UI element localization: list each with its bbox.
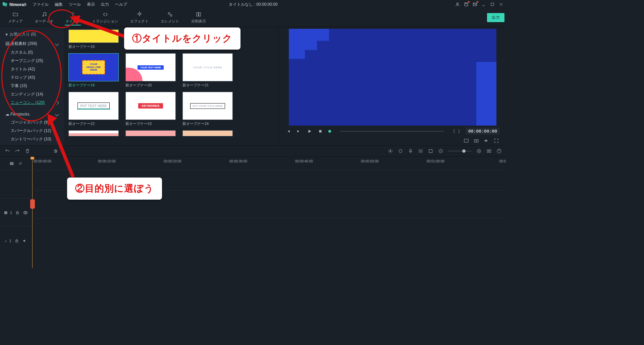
in-out-brackets[interactable]: { }: [453, 129, 460, 134]
tab-titles[interactable]: タイトル: [59, 10, 86, 25]
mail-icon[interactable]: [472, 2, 478, 7]
menu-edit[interactable]: 編集: [55, 2, 63, 7]
zoom-in-icon[interactable]: [476, 148, 482, 154]
svg-rect-37: [16, 212, 18, 214]
audio-track-head[interactable]: ♪1: [0, 226, 32, 255]
eye-icon[interactable]: [23, 210, 28, 215]
prev-frame-icon[interactable]: [285, 129, 291, 134]
delete-icon[interactable]: [25, 148, 30, 154]
fit-icon[interactable]: [486, 148, 492, 154]
progress-handle[interactable]: [328, 130, 331, 133]
sidebar-item-newcontent[interactable]: ニューコン... (120): [2, 98, 62, 107]
gallery-item[interactable]: YOUR HEAD LINE HERE新オープナー19: [68, 53, 119, 88]
menu-file[interactable]: ファイル: [33, 2, 49, 7]
svg-rect-25: [429, 149, 432, 152]
zoom-out-icon[interactable]: [438, 148, 443, 154]
tab-transitions[interactable]: トランジション: [86, 10, 124, 25]
progress-bar[interactable]: [340, 131, 444, 132]
thumbnail: [125, 130, 176, 136]
menu-help[interactable]: ヘルプ: [115, 2, 127, 7]
link-icon[interactable]: [18, 161, 23, 166]
svg-rect-36: [10, 164, 13, 165]
svg-rect-14: [464, 139, 468, 142]
export-button[interactable]: 出力: [487, 13, 504, 22]
video-track-head[interactable]: ▦1: [0, 198, 32, 226]
gallery-item[interactable]: YOUR TITLE HERE新オープナー21: [182, 53, 233, 88]
sidebar-item-custom[interactable]: カスタム (0): [2, 48, 62, 57]
gallery-label: 新オープナー16: [68, 44, 119, 49]
snapshot-icon[interactable]: [474, 138, 479, 143]
svg-point-38: [25, 212, 26, 213]
sidebar-item-ending[interactable]: エンディング (14): [2, 90, 62, 98]
gallery-item[interactable]: 新オープナー16: [68, 29, 119, 49]
effect-icon: [137, 11, 143, 17]
preview-timecode: 00:00:00:00: [466, 128, 500, 135]
render-icon[interactable]: [388, 148, 393, 154]
gallery-item[interactable]: PUT TEXT HERE新オープナー22: [68, 92, 119, 126]
gallery-label: 新オープナー23: [125, 121, 176, 126]
sidebar-item-subtitle[interactable]: 字幕 (15): [2, 82, 62, 90]
zoom-slider[interactable]: [448, 151, 472, 151]
menu-tools[interactable]: ツール: [69, 2, 81, 7]
grid-icon: ▦: [5, 41, 10, 46]
tab-effects[interactable]: エフェクト: [124, 10, 155, 25]
gallery-item[interactable]: [125, 130, 176, 136]
mixer-icon[interactable]: [418, 148, 423, 154]
svg-rect-11: [197, 13, 198, 16]
clip-handle[interactable]: [30, 199, 35, 209]
redo-icon[interactable]: [15, 148, 20, 154]
sidebar-item-title[interactable]: タイトル (42): [2, 65, 62, 73]
volume-icon[interactable]: [484, 138, 489, 143]
minimize-icon[interactable]: [481, 2, 486, 7]
tab-audio[interactable]: オーディオ: [29, 10, 59, 25]
sidebar-item-garden[interactable]: ガーデンパック (8): [2, 143, 62, 145]
sidebar-item-telop[interactable]: テロップ (43): [2, 73, 62, 82]
sidebar-builtin-head[interactable]: ▦ 搭載素材 (259): [2, 39, 62, 48]
next-frame-icon[interactable]: [296, 129, 302, 134]
gallery-item[interactable]: [182, 130, 233, 136]
lock-icon[interactable]: [15, 210, 20, 215]
ruler-timecode: 00:0: [499, 159, 506, 163]
speaker-icon[interactable]: [22, 238, 28, 244]
gallery-item[interactable]: YOUR TEXT HERE新オープナー20: [125, 53, 176, 88]
stop-icon[interactable]: [318, 129, 323, 134]
menu-export[interactable]: 出力: [101, 2, 109, 7]
undo-icon[interactable]: [5, 148, 10, 154]
thumbnail: YOUR TITLE HERE: [182, 53, 233, 81]
gallery-item[interactable]: PUT YOUR TITLE HERE新オープナー24: [182, 92, 233, 126]
sidebar-favorites[interactable]: ♥お気に入り (0): [2, 29, 62, 39]
save-icon[interactable]: [464, 2, 469, 7]
sidebar-item-country[interactable]: カントリーパック (10): [2, 135, 62, 143]
play-icon[interactable]: [307, 129, 312, 134]
menu-view[interactable]: 表示: [87, 2, 95, 7]
sidebar-item-opening[interactable]: オープニング (25): [2, 57, 62, 65]
svg-point-7: [42, 15, 43, 16]
menubar: ファイル 編集 ツール 表示 出力 ヘルプ: [33, 2, 127, 7]
annotation-callout-1: ①タイトルをクリック: [124, 27, 240, 50]
crop-icon[interactable]: [428, 148, 433, 154]
close-icon[interactable]: [498, 2, 504, 7]
gallery-item[interactable]: [68, 130, 119, 136]
track-settings-icon[interactable]: [9, 161, 14, 166]
marker-icon[interactable]: [398, 148, 403, 154]
sidebar-item-sparkle[interactable]: スパークルパック (12): [2, 127, 62, 135]
help-icon[interactable]: [496, 148, 502, 154]
chevron-down-icon: [55, 112, 59, 116]
audio-track-lane[interactable]: [32, 218, 506, 247]
svg-point-8: [45, 15, 46, 16]
quality-icon[interactable]: [464, 138, 469, 143]
lock-icon[interactable]: [14, 238, 19, 244]
account-icon[interactable]: [455, 2, 460, 7]
gallery-item[interactable]: KEYWORDS新オープナー23: [125, 92, 176, 126]
thumbnail: YOUR HEAD LINE HERE: [68, 53, 119, 81]
tab-elements[interactable]: エレメント: [155, 10, 185, 25]
tab-media[interactable]: メディア: [2, 10, 29, 25]
timeline-ruler[interactable]: 00:00:00:00 00:00:10:00 00:00:20:00 00:0…: [32, 157, 506, 170]
voiceover-icon[interactable]: [408, 148, 413, 154]
sidebar-item-gorgeous[interactable]: ゴージャスパック (9): [2, 118, 62, 127]
sidebar-filmstocks-head[interactable]: ☁ Filmstocks: [2, 110, 62, 118]
settings-icon[interactable]: [53, 148, 58, 154]
tab-split[interactable]: 分割表示: [185, 10, 212, 25]
maximize-icon[interactable]: [490, 2, 495, 7]
fullscreen-icon[interactable]: [494, 138, 499, 143]
